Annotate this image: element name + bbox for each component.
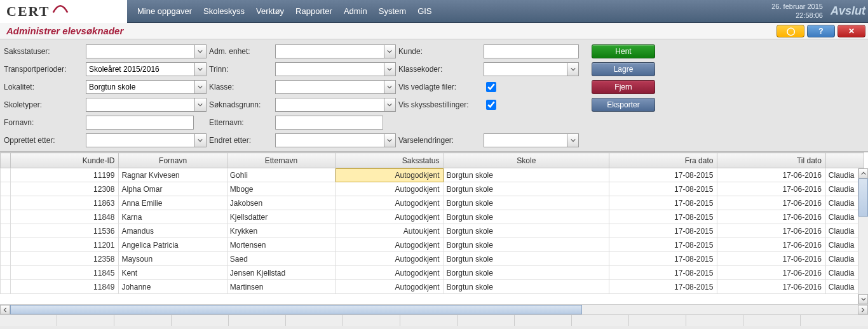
chevron-down-icon[interactable] bbox=[384, 98, 396, 112]
chevron-down-icon[interactable] bbox=[195, 133, 207, 147]
etternavn-input[interactable] bbox=[275, 116, 383, 130]
cell-fra-dato[interactable]: 17-08-2015 bbox=[609, 210, 717, 224]
cell-kunde-id[interactable]: 11536 bbox=[11, 224, 119, 238]
soknadsgrunn-combo[interactable] bbox=[275, 98, 396, 112]
menu-admin[interactable]: Admin bbox=[344, 6, 367, 16]
cell-skole[interactable]: Borgtun skole bbox=[444, 210, 609, 224]
cell-saksstatus[interactable]: Autogodkjent bbox=[336, 210, 444, 224]
cell-kunde-id[interactable]: 12308 bbox=[11, 182, 119, 196]
cell-fornavn[interactable]: Karna bbox=[119, 210, 227, 224]
table-row[interactable]: 12308Alpha OmarMbogeAutogodkjentBorgtun … bbox=[1, 182, 864, 196]
hscroll-thumb[interactable] bbox=[10, 305, 582, 314]
row-selector[interactable] bbox=[1, 182, 11, 196]
soknadsgrunn-input[interactable] bbox=[275, 98, 384, 112]
chevron-down-icon[interactable] bbox=[195, 98, 207, 112]
varsel-input[interactable] bbox=[484, 133, 567, 147]
cell-saksstatus[interactable]: Autogodkjent bbox=[336, 266, 444, 280]
table-row[interactable]: 11845KentJensen KjellstadAutogodkjentBor… bbox=[1, 266, 864, 280]
menu-skoleskyss[interactable]: Skoleskyss bbox=[203, 6, 245, 16]
cell-til-dato[interactable]: 17-06-2016 bbox=[717, 182, 825, 196]
cell-kunde-id[interactable]: 11201 bbox=[11, 238, 119, 252]
kunde-input[interactable] bbox=[484, 44, 579, 58]
menu-gis[interactable]: GIS bbox=[417, 6, 431, 16]
cell-til-dato[interactable]: 17-06-2016 bbox=[717, 280, 825, 294]
cell-saksstatus[interactable]: Autogodkjent bbox=[336, 252, 444, 266]
chevron-down-icon[interactable] bbox=[567, 62, 579, 76]
menu-rapporter[interactable]: Rapporter bbox=[295, 6, 332, 16]
footer-tab[interactable] bbox=[114, 315, 172, 326]
cell-fornavn[interactable]: Alpha Omar bbox=[119, 182, 227, 196]
footer-tab[interactable] bbox=[458, 315, 515, 326]
hent-button[interactable]: Hent bbox=[592, 44, 655, 58]
row-selector[interactable] bbox=[1, 168, 11, 182]
scroll-up-icon[interactable] bbox=[858, 168, 868, 178]
hscroll-track[interactable] bbox=[10, 305, 858, 314]
cell-saksstatus[interactable]: Autogodkjent bbox=[336, 182, 444, 196]
cell-fornavn[interactable]: Maysoun bbox=[119, 252, 227, 266]
cell-kunde-id[interactable]: 11863 bbox=[11, 196, 119, 210]
adm-enhet-combo[interactable] bbox=[275, 44, 396, 58]
vscroll-thumb[interactable] bbox=[858, 178, 868, 217]
chevron-down-icon[interactable] bbox=[195, 80, 207, 94]
cell-skole[interactable]: Borgtun skole bbox=[444, 238, 609, 252]
table-row[interactable]: 11849JohanneMartinsenAutogodkjentBorgtun… bbox=[1, 280, 864, 294]
cell-skole[interactable]: Borgtun skole bbox=[444, 266, 609, 280]
menu-mine-oppgaver[interactable]: Mine oppgaver bbox=[137, 6, 192, 16]
footer-tab[interactable] bbox=[743, 315, 801, 326]
col-selector[interactable] bbox=[1, 153, 11, 168]
row-selector[interactable] bbox=[1, 224, 11, 238]
endret-input[interactable] bbox=[275, 133, 384, 147]
cell-etternavn[interactable]: Mortensen bbox=[227, 238, 335, 252]
footer-tab[interactable] bbox=[343, 315, 400, 326]
minimize-button[interactable]: ◯ bbox=[776, 25, 804, 37]
vis-skyss-checkbox[interactable] bbox=[486, 100, 496, 110]
footer-tab[interactable] bbox=[629, 315, 686, 326]
cell-saksstatus[interactable]: Autoukjent bbox=[336, 224, 444, 238]
cell-saksstatus[interactable]: Autogodkjent bbox=[336, 168, 444, 182]
cell-etternavn[interactable]: Martinsen bbox=[227, 280, 335, 294]
cell-fra-dato[interactable]: 17-08-2015 bbox=[609, 182, 717, 196]
footer-tab[interactable] bbox=[400, 315, 458, 326]
cell-kunde-id[interactable]: 11845 bbox=[11, 266, 119, 280]
cell-fornavn[interactable]: Anna Emilie bbox=[119, 196, 227, 210]
cell-fra-dato[interactable]: 17-08-2015 bbox=[609, 224, 717, 238]
footer-tab[interactable] bbox=[0, 315, 57, 326]
cell-saksstatus[interactable]: Autogodkjent bbox=[336, 280, 444, 294]
col-fornavn[interactable]: Fornavn bbox=[119, 153, 227, 168]
vis-vedlagte-checkbox[interactable] bbox=[486, 82, 496, 92]
cell-etternavn[interactable]: Jensen Kjellstad bbox=[227, 266, 335, 280]
row-selector[interactable] bbox=[1, 238, 11, 252]
cell-fra-dato[interactable]: 17-08-2015 bbox=[609, 238, 717, 252]
cell-kunde-id[interactable]: 12358 bbox=[11, 252, 119, 266]
help-button[interactable]: ? bbox=[807, 25, 835, 37]
klassekoder-input[interactable] bbox=[484, 62, 567, 76]
klasse-combo[interactable] bbox=[275, 80, 396, 94]
cell-skole[interactable]: Borgtun skole bbox=[444, 168, 609, 182]
cell-skole[interactable]: Borgtun skole bbox=[444, 224, 609, 238]
chevron-down-icon[interactable] bbox=[567, 133, 579, 147]
menu-verktoy[interactable]: Verktøy bbox=[256, 6, 284, 16]
table-row[interactable]: 11201Angelica PatriciaMortensenAutogodkj… bbox=[1, 238, 864, 252]
cell-skole[interactable]: Borgtun skole bbox=[444, 280, 609, 294]
chevron-down-icon[interactable] bbox=[384, 133, 396, 147]
skoletyper-input[interactable] bbox=[86, 98, 195, 112]
cell-fra-dato[interactable]: 17-08-2015 bbox=[609, 252, 717, 266]
row-selector[interactable] bbox=[1, 266, 11, 280]
footer-tab[interactable] bbox=[57, 315, 114, 326]
cell-etternavn[interactable]: Jakobsen bbox=[227, 196, 335, 210]
scroll-down-icon[interactable] bbox=[858, 294, 868, 304]
scroll-right-icon[interactable] bbox=[858, 305, 868, 314]
table-row[interactable]: 12358MaysounSaedAutogodkjentBorgtun skol… bbox=[1, 252, 864, 266]
col-fra-dato[interactable]: Fra dato bbox=[609, 153, 717, 168]
saksstatuser-combo[interactable] bbox=[86, 44, 207, 58]
cell-etternavn[interactable]: Gohli bbox=[227, 168, 335, 182]
footer-tab[interactable] bbox=[286, 315, 343, 326]
col-saksstatus[interactable]: Saksstatus bbox=[336, 153, 444, 168]
cell-etternavn[interactable]: Kjellsdatter bbox=[227, 210, 335, 224]
col-etternavn[interactable]: Etternavn bbox=[227, 153, 335, 168]
cell-til-dato[interactable]: 17-06-2016 bbox=[717, 224, 825, 238]
footer-tab[interactable] bbox=[515, 315, 572, 326]
cell-etternavn[interactable]: Saed bbox=[227, 252, 335, 266]
col-skole[interactable]: Skole bbox=[444, 153, 609, 168]
cell-til-dato[interactable]: 17-06-2016 bbox=[717, 196, 825, 210]
